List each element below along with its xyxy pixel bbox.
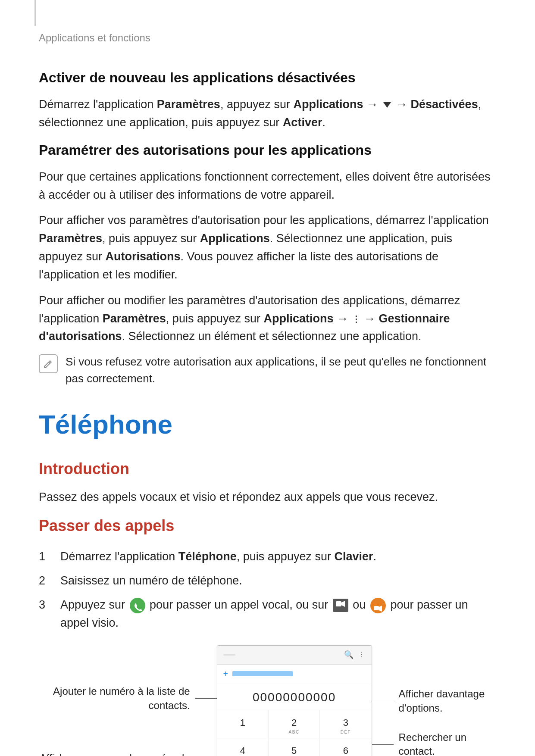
dots-icon: ⋮ — [352, 312, 361, 326]
section1-title: Activer de nouveau les applications désa… — [39, 67, 496, 88]
screen-contact-name — [223, 654, 235, 656]
page: Applications et fonctions Activer de nou… — [0, 0, 535, 756]
label-phone-preview: Afficher un aperçu du numéro de téléphon… — [39, 751, 217, 756]
note-text: Si vous refusez votre autorisation aux a… — [66, 353, 496, 387]
section2-title: Paramétrer des autorisations pour les ap… — [39, 140, 496, 160]
screen-top-bar: 🔍 ⋮ — [217, 646, 372, 665]
note-icon — [39, 354, 58, 373]
steps-list: 1 Démarrez l'application Téléphone, puis… — [39, 548, 496, 632]
note-box: Si vous refusez votre autorisation aux a… — [39, 353, 496, 387]
label-add-contact: Ajouter le numéro à la liste de contacts… — [39, 684, 217, 712]
video-circle-icon — [370, 598, 386, 613]
phone-call-icon — [130, 598, 145, 613]
screen-number-display: 00000000000 — [217, 683, 372, 710]
phone-screen: 🔍 ⋮ + 00000000000 1 2ABC 3DEF 4GHI 5JKL … — [217, 645, 372, 756]
intro-title: Introduction — [39, 457, 496, 481]
step-2: 2 Saisissez un numéro de téléphone. — [39, 572, 496, 590]
diagram-wrapper: Ajouter le numéro à la liste de contacts… — [39, 645, 496, 756]
label-more-options: Afficher davantage d'options. — [372, 687, 496, 715]
section2-para3: Pour afficher ou modifier les paramètres… — [39, 292, 496, 346]
key-4: 4GHI — [217, 738, 269, 756]
video-svg — [336, 600, 345, 607]
screen-blue-bar — [232, 671, 293, 676]
key-2: 2ABC — [269, 710, 320, 738]
phone-svg — [133, 603, 142, 612]
passer-title: Passer des appels — [39, 514, 496, 537]
svg-rect-2 — [374, 606, 379, 610]
intro-text: Passez des appels vocaux et visio et rép… — [39, 488, 496, 506]
screen-more-options-icon: ⋮ — [358, 650, 366, 660]
label-search-contact: Rechercher un contact. — [372, 731, 496, 756]
arrow-line-left1 — [195, 698, 217, 699]
arrow-line-right2 — [372, 744, 394, 745]
video-orange-svg — [374, 606, 382, 612]
section1-para1: Démarrez l'application Paramètres, appuy… — [39, 96, 496, 132]
video-camera-icon — [333, 599, 348, 612]
step-1: 1 Démarrez l'application Téléphone, puis… — [39, 548, 496, 566]
pencil-icon — [42, 358, 54, 370]
section2-para2: Pour afficher vos paramètres d'autorisat… — [39, 212, 496, 284]
breadcrumb: Applications et fonctions — [39, 30, 496, 46]
svg-rect-0 — [336, 601, 341, 606]
telephone-chapter-title: Téléphone — [39, 404, 496, 444]
section2-para1: Pour que certaines applications fonction… — [39, 168, 496, 204]
screen-search-icon: 🔍 — [344, 649, 354, 661]
screen-contact-row: + — [217, 665, 372, 683]
arrow-line-right1 — [372, 701, 394, 702]
screen-add-icon: + — [223, 667, 228, 680]
right-labels: Afficher davantage d'options. Rechercher… — [372, 681, 496, 756]
screen-icons: 🔍 ⋮ — [344, 649, 366, 661]
key-3: 3DEF — [320, 710, 371, 738]
arrow-down-icon — [383, 102, 391, 108]
left-labels: Ajouter le numéro à la liste de contacts… — [39, 660, 217, 756]
screen-keypad: 1 2ABC 3DEF 4GHI 5JKL 6MNO 7PQRS 8TUV 9W… — [217, 710, 372, 756]
key-6: 6MNO — [320, 738, 371, 756]
svg-marker-3 — [379, 606, 382, 612]
svg-marker-1 — [341, 601, 345, 607]
key-5: 5JKL — [269, 738, 320, 756]
top-border-decoration — [34, 0, 36, 26]
step-3: 3 Appuyez sur pour passer un appel vocal… — [39, 596, 496, 632]
key-1: 1 — [217, 710, 269, 738]
